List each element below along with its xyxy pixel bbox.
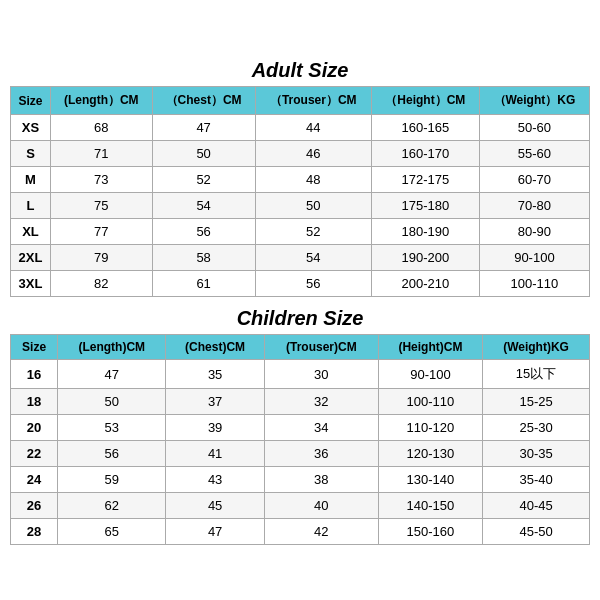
- table-cell: 200-210: [371, 271, 479, 297]
- table-cell: 41: [166, 441, 265, 467]
- table-cell: 25-30: [483, 415, 590, 441]
- table-cell: 172-175: [371, 167, 479, 193]
- table-row: 2XL795854190-20090-100: [11, 245, 590, 271]
- table-cell: 50: [255, 193, 371, 219]
- table-cell: 50: [58, 389, 166, 415]
- table-cell: 32: [264, 389, 378, 415]
- table-cell: 30: [264, 360, 378, 389]
- table-cell: 28: [11, 519, 58, 545]
- table-cell: 18: [11, 389, 58, 415]
- adult-table-body: XS684744160-16550-60S715046160-17055-60M…: [11, 115, 590, 297]
- table-cell: 190-200: [371, 245, 479, 271]
- table-row: 18503732100-11015-25: [11, 389, 590, 415]
- adult-col-header: Size: [11, 87, 51, 115]
- table-cell: 35-40: [483, 467, 590, 493]
- table-cell: 46: [255, 141, 371, 167]
- table-cell: 130-140: [378, 467, 482, 493]
- table-cell: 120-130: [378, 441, 482, 467]
- table-cell: 70-80: [479, 193, 589, 219]
- table-cell: 50: [152, 141, 255, 167]
- table-cell: 24: [11, 467, 58, 493]
- table-cell: S: [11, 141, 51, 167]
- table-cell: 35: [166, 360, 265, 389]
- table-cell: 16: [11, 360, 58, 389]
- adult-col-header: （Chest）CM: [152, 87, 255, 115]
- table-cell: 45: [166, 493, 265, 519]
- table-cell: 22: [11, 441, 58, 467]
- table-cell: L: [11, 193, 51, 219]
- table-cell: XS: [11, 115, 51, 141]
- table-cell: 55-60: [479, 141, 589, 167]
- children-col-header: (Chest)CM: [166, 335, 265, 360]
- table-cell: 26: [11, 493, 58, 519]
- children-section-title: Children Size: [10, 301, 590, 334]
- table-cell: 60-70: [479, 167, 589, 193]
- children-col-header: (Trouser)CM: [264, 335, 378, 360]
- table-row: 3XL826156200-210100-110: [11, 271, 590, 297]
- table-cell: 61: [152, 271, 255, 297]
- table-cell: 48: [255, 167, 371, 193]
- table-cell: 180-190: [371, 219, 479, 245]
- table-cell: 38: [264, 467, 378, 493]
- table-cell: 44: [255, 115, 371, 141]
- table-cell: 37: [166, 389, 265, 415]
- table-cell: 2XL: [11, 245, 51, 271]
- table-cell: 50-60: [479, 115, 589, 141]
- table-cell: 75: [51, 193, 153, 219]
- size-chart-container: Adult Size Size(Length）CM（Chest）CM（Trous…: [10, 53, 590, 547]
- table-cell: 79: [51, 245, 153, 271]
- adult-section-title: Adult Size: [10, 53, 590, 86]
- children-size-table: Size(Length)CM(Chest)CM(Trouser)CM(Heigh…: [10, 334, 590, 545]
- table-cell: 36: [264, 441, 378, 467]
- table-cell: 56: [255, 271, 371, 297]
- table-cell: 90-100: [479, 245, 589, 271]
- adult-col-header: （Weight）KG: [479, 87, 589, 115]
- children-col-header: Size: [11, 335, 58, 360]
- table-cell: 52: [152, 167, 255, 193]
- table-cell: 140-150: [378, 493, 482, 519]
- table-cell: 45-50: [483, 519, 590, 545]
- table-cell: 30-35: [483, 441, 590, 467]
- table-cell: 39: [166, 415, 265, 441]
- table-row: M735248172-17560-70: [11, 167, 590, 193]
- table-cell: 175-180: [371, 193, 479, 219]
- table-cell: 47: [152, 115, 255, 141]
- table-cell: 160-170: [371, 141, 479, 167]
- adult-table-header: Size(Length）CM（Chest）CM（Trouser）CM（Heigh…: [11, 87, 590, 115]
- table-row: L755450175-18070-80: [11, 193, 590, 219]
- table-cell: 58: [152, 245, 255, 271]
- table-cell: 43: [166, 467, 265, 493]
- table-cell: 68: [51, 115, 153, 141]
- table-cell: 160-165: [371, 115, 479, 141]
- table-row: S715046160-17055-60: [11, 141, 590, 167]
- table-cell: 20: [11, 415, 58, 441]
- table-cell: 42: [264, 519, 378, 545]
- table-cell: 47: [166, 519, 265, 545]
- table-cell: 15-25: [483, 389, 590, 415]
- table-cell: 34: [264, 415, 378, 441]
- children-table-body: 1647353090-10015以下18503732100-11015-2520…: [11, 360, 590, 545]
- table-cell: 3XL: [11, 271, 51, 297]
- table-cell: XL: [11, 219, 51, 245]
- table-cell: 62: [58, 493, 166, 519]
- adult-col-header: （Height）CM: [371, 87, 479, 115]
- table-cell: 77: [51, 219, 153, 245]
- table-cell: 150-160: [378, 519, 482, 545]
- table-cell: 65: [58, 519, 166, 545]
- children-col-header: (Length)CM: [58, 335, 166, 360]
- table-row: 28654742150-16045-50: [11, 519, 590, 545]
- children-col-header: (Weight)KG: [483, 335, 590, 360]
- table-row: 1647353090-10015以下: [11, 360, 590, 389]
- table-row: 24594338130-14035-40: [11, 467, 590, 493]
- adult-col-header: (Length）CM: [51, 87, 153, 115]
- table-cell: 73: [51, 167, 153, 193]
- table-cell: 100-110: [378, 389, 482, 415]
- table-row: XS684744160-16550-60: [11, 115, 590, 141]
- children-table-header: Size(Length)CM(Chest)CM(Trouser)CM(Heigh…: [11, 335, 590, 360]
- adult-size-table: Size(Length）CM（Chest）CM（Trouser）CM（Heigh…: [10, 86, 590, 297]
- table-cell: 54: [255, 245, 371, 271]
- table-cell: 15以下: [483, 360, 590, 389]
- table-cell: M: [11, 167, 51, 193]
- table-row: 26624540140-15040-45: [11, 493, 590, 519]
- table-cell: 110-120: [378, 415, 482, 441]
